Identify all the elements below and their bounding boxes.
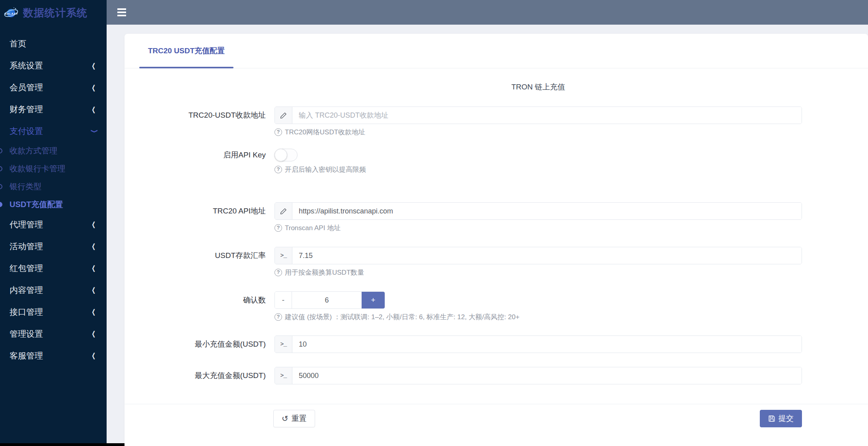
question-circle-icon: ? [274,128,282,136]
sidebar-item-activity-management[interactable]: 活动管理 ❮ [0,235,107,257]
galaxy-logo-icon: GALAXY [3,5,19,21]
field-help: ? Tronscan API 地址 [274,223,802,233]
sidebar-item-api-management[interactable]: 接口管理 ❮ [0,301,107,323]
field-min-amount: 最小充值金额(USDT) >_ [125,335,802,353]
question-circle-icon: ? [274,166,282,173]
terminal-icon: >_ [275,247,292,264]
field-api-url: TRC20 API地址 ? Tronscan API 地址 [125,202,802,233]
section-title: TRON 链上充值 [274,82,802,92]
chevron-left-icon: ❮ [92,308,96,316]
field-help: ? 开启后输入密钥以提高限频 [274,165,802,174]
sidebar: GALAXY 数据统计系统 首页 系统设置 ❮ 会员管理 ❮ 财务管理 ❮ 支付… [0,0,107,446]
sidebar-nav: 首页 系统设置 ❮ 会员管理 ❮ 财务管理 ❮ 支付设置 ❮ 收款方式管理 收款… [0,33,107,366]
tab-trc20-usdt-config[interactable]: TRC20 USDT充值配置 [139,33,234,68]
usdt-address-input[interactable] [292,107,802,124]
field-deposit-rate: USDT存款汇率 >_ ? 用于按金额换算USDT数量 [125,247,802,277]
pencil-icon [275,203,292,219]
bullet-icon [0,166,2,171]
sidebar-item-finance-management[interactable]: 财务管理 ❮ [0,98,107,120]
field-usdt-address: TRC20-USDT收款地址 ? TRC20网络USDT收款地址 [125,107,802,137]
chevron-down-icon: ❮ [90,129,98,133]
question-circle-icon: ? [274,313,282,321]
sidebar-item-admin-settings[interactable]: 管理设置 ❮ [0,323,107,345]
field-help: ? TRC20网络USDT收款地址 [274,128,802,137]
sidebar-item-content-management[interactable]: 内容管理 ❮ [0,279,107,301]
bullet-icon [0,202,2,207]
field-help: ? 建议值 (按场景) ：测试联调: 1–2, 小额/日常: 6, 标准生产: … [274,312,802,322]
svg-text:GALAXY: GALAXY [4,12,18,16]
chevron-left-icon: ❮ [92,286,96,294]
window-bottom-strip [0,443,125,446]
field-confirmations: 确认数 - 6 + ? 建议值 (按场景) ：测试联调: 1–2, 小额/日常:… [125,291,802,322]
sidebar-item-redpacket-management[interactable]: 红包管理 ❮ [0,257,107,279]
sidebar-subitem-bank-card[interactable]: 收款银行卡管理 [0,160,107,178]
app-title: 数据统计系统 [23,6,88,20]
sidebar-item-system-settings[interactable]: 系统设置 ❮ [0,54,107,76]
reset-icon: ↺ [282,415,288,423]
config-form: TRON 链上充值 TRC20-USDT收款地址 ? TRC20网络USDT收款… [125,82,868,384]
sidebar-item-home[interactable]: 首页 [0,33,107,54]
chevron-left-icon: ❮ [92,330,96,338]
field-max-amount: 最大充值金额(USDT) >_ [125,367,802,384]
bullet-icon [0,184,2,189]
field-enable-api-key: 启用API Key ? 开启后输入密钥以提高限频 [125,149,802,174]
pencil-icon [275,107,292,124]
sidebar-subitem-usdt-recharge-config[interactable]: USDT充值配置 [0,196,107,213]
sidebar-subitem-payment-method[interactable]: 收款方式管理 [0,142,107,160]
chevron-left-icon: ❮ [92,352,96,360]
sidebar-subitem-bank-type[interactable]: 银行类型 [0,178,107,196]
field-label: TRC20 API地址 [125,202,266,220]
field-label: USDT存款汇率 [125,247,266,264]
field-label: 最小充值金额(USDT) [125,335,266,353]
brand: GALAXY 数据统计系统 [0,0,107,25]
sidebar-item-payment-settings[interactable]: 支付设置 ❮ [0,120,107,142]
deposit-rate-input[interactable] [292,247,802,264]
chevron-left-icon: ❮ [92,264,96,272]
field-label: 确认数 [125,291,266,309]
field-label: TRC20-USDT收款地址 [125,107,266,124]
sidebar-item-agent-management[interactable]: 代理管理 ❮ [0,213,107,235]
chevron-left-icon: ❮ [92,62,96,70]
chevron-left-icon: ❮ [92,221,96,229]
sidebar-item-customer-service[interactable]: 客服管理 ❮ [0,345,107,366]
stepper-increase-button[interactable]: + [362,292,385,308]
api-url-input[interactable] [292,203,802,219]
field-label: 启用API Key [125,149,266,161]
field-label: 最大充值金额(USDT) [125,367,266,384]
terminal-icon: >_ [275,336,292,353]
chevron-left-icon: ❮ [92,105,96,113]
min-amount-input[interactable] [292,336,802,353]
form-footer: ↺ 重置 提交 [125,404,868,443]
tab-bar: TRC20 USDT充值配置 [125,34,868,68]
question-circle-icon: ? [274,224,282,232]
hamburger-menu-icon[interactable] [117,6,129,18]
content-card: TRC20 USDT充值配置 TRON 链上充值 TRC20-USDT收款地址 … [125,34,868,446]
terminal-icon: >_ [275,367,292,384]
question-circle-icon: ? [274,269,282,276]
reset-button[interactable]: ↺ 重置 [273,410,315,427]
confirmations-stepper: - 6 + [274,291,385,309]
api-key-toggle[interactable] [274,149,298,161]
submit-button[interactable]: 提交 [760,410,802,427]
topbar [107,0,868,25]
chevron-left-icon: ❮ [92,242,96,250]
stepper-decrease-button[interactable]: - [275,292,292,308]
field-help: ? 用于按金额换算USDT数量 [274,268,802,277]
bullet-icon [0,148,2,153]
confirmations-value[interactable]: 6 [292,292,362,308]
save-icon [768,415,775,422]
toggle-knob [274,149,287,161]
max-amount-input[interactable] [292,367,802,384]
sidebar-item-member-management[interactable]: 会员管理 ❮ [0,76,107,98]
chevron-left-icon: ❮ [92,83,96,91]
